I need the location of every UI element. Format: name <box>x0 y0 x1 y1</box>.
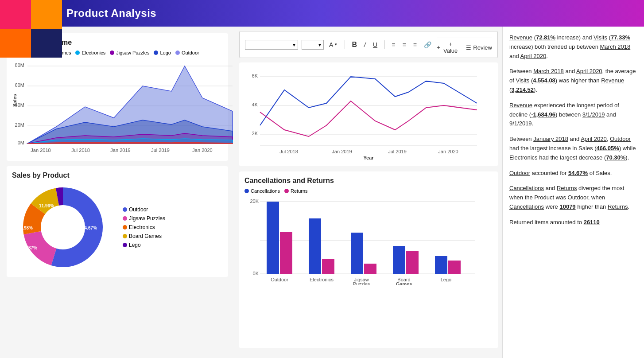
logo-tr <box>31 0 62 29</box>
svg-text:Puzzles: Puzzles <box>353 281 370 285</box>
svg-text:Lego: Lego <box>441 277 451 282</box>
main-content: Sales across time Product Board Games El… <box>0 27 644 358</box>
cancellations-legend: Cancellations Returns <box>244 188 493 194</box>
cancellations-container: Cancellations and Returns Cancellations … <box>239 171 498 348</box>
review-icon: ☰ <box>466 44 471 51</box>
svg-text:Jan 2020: Jan 2020 <box>192 148 212 153</box>
svg-text:Outdoor: Outdoor <box>271 277 288 282</box>
middle-panel: ▼ ▼ A ▼ B / U ≡ ≡ ≡ 🔗 + <box>235 27 502 358</box>
donut-legend: Outdoor Jigsaw Puzzles Electronics Board… <box>123 206 165 248</box>
svg-text:0M: 0M <box>18 140 24 145</box>
svg-text:Jul 2019: Jul 2019 <box>388 149 407 154</box>
cancellations-title: Cancellations and Returns <box>244 177 493 185</box>
logo-tl <box>0 0 31 29</box>
donut-chart: 11.96% 12.98% 17.37% 54.67% <box>12 183 114 272</box>
font-color-icon: A <box>329 41 333 48</box>
value-label: + Value <box>442 41 459 54</box>
align-center-button[interactable]: ≡ <box>400 40 407 49</box>
logo-area <box>0 0 62 58</box>
svg-rect-46 <box>322 259 334 274</box>
insight-1: Revenue (72.81% increase) and Visits (77… <box>509 33 637 61</box>
align-left-button[interactable]: ≡ <box>390 40 397 49</box>
logo-bl <box>0 29 31 58</box>
value-button[interactable]: + + Value <box>437 41 459 54</box>
left-panel: Sales across time Product Board Games El… <box>0 27 235 358</box>
sales-time-chart: 80M 60M 40M 20M 0M <box>12 58 233 156</box>
svg-rect-52 <box>448 261 461 274</box>
svg-text:20K: 20K <box>250 198 259 204</box>
italic-button[interactable]: / <box>362 40 368 49</box>
donut-legend-outdoor: Outdoor <box>123 206 165 213</box>
svg-rect-47 <box>351 233 363 274</box>
svg-rect-44 <box>280 232 292 274</box>
sales-by-product-container: Sales by Product <box>7 166 228 277</box>
svg-text:Electronics: Electronics <box>310 277 334 282</box>
svg-rect-48 <box>364 264 376 274</box>
svg-text:Jan 2020: Jan 2020 <box>438 149 458 154</box>
svg-text:11.96%: 11.96% <box>39 203 54 208</box>
insight-5: Outdoor accounted for 54.67% of Sales. <box>509 169 637 178</box>
revenue-visits-container: 6K 4K 2K Jul 2018 Jan 2019 Jul 2019 Jan … <box>239 62 498 166</box>
donut-legend-lego: Lego <box>123 242 165 248</box>
donut-legend-board-games: Board Games <box>123 233 165 239</box>
svg-text:54.67%: 54.67% <box>82 226 97 230</box>
svg-rect-43 <box>267 202 279 274</box>
returns-label: Returns <box>291 188 308 194</box>
review-label: Review <box>473 44 492 51</box>
font-color-chevron: ▼ <box>334 43 338 47</box>
svg-text:Games: Games <box>396 281 412 285</box>
svg-text:Year: Year <box>124 155 135 156</box>
plus-icon: + <box>437 44 440 51</box>
svg-text:12.98%: 12.98% <box>18 226 33 230</box>
svg-text:6K: 6K <box>252 73 258 78</box>
size-dropdown[interactable] <box>302 40 324 50</box>
link-button[interactable]: 🔗 <box>422 40 433 49</box>
svg-text:Year: Year <box>363 155 374 160</box>
svg-text:Jul 2018: Jul 2018 <box>71 148 90 153</box>
svg-text:Jan 2019: Jan 2019 <box>332 149 352 154</box>
donut-legend-jigsaw: Jigsaw Puzzles <box>123 215 165 222</box>
toolbar: ▼ ▼ A ▼ B / U ≡ ≡ ≡ 🔗 + <box>239 31 498 58</box>
svg-text:80M: 80M <box>15 62 24 68</box>
insight-7: Returned items amounted to 26110 <box>509 218 637 227</box>
header: Product Analysis <box>0 0 644 27</box>
review-button[interactable]: ☰ Review <box>466 41 492 54</box>
svg-text:Jul 2018: Jul 2018 <box>279 149 298 154</box>
svg-text:20M: 20M <box>15 122 24 128</box>
legend-jigsaw: Jigsaw Puzzles <box>110 50 149 55</box>
legend-outdoor: Outdoor <box>175 50 199 55</box>
donut-legend-electronics: Electronics <box>123 224 165 230</box>
svg-text:60M: 60M <box>15 82 24 88</box>
svg-text:Jan 2018: Jan 2018 <box>31 148 50 153</box>
right-panel: Revenue (72.81% increase) and Visits (77… <box>502 27 644 358</box>
page-title: Product Analysis <box>66 7 156 19</box>
svg-rect-49 <box>393 246 405 274</box>
underline-button[interactable]: U <box>371 40 379 49</box>
svg-text:Jul 2019: Jul 2019 <box>151 148 170 153</box>
font-color-button[interactable]: A ▼ <box>327 40 339 49</box>
svg-text:17.37%: 17.37% <box>22 245 37 250</box>
legend-cancellations: Cancellations <box>244 188 280 194</box>
insight-4: Between January 2018 and April 2020, Out… <box>509 135 637 162</box>
svg-text:0K: 0K <box>253 271 259 276</box>
svg-text:Sales: Sales <box>12 94 17 107</box>
align-right-button[interactable]: ≡ <box>411 40 419 49</box>
size-dropdown-wrapper[interactable]: ▼ <box>302 40 324 50</box>
legend-returns: Returns <box>284 188 308 194</box>
font-dropdown[interactable] <box>245 40 298 50</box>
svg-text:4K: 4K <box>252 102 258 107</box>
sales-product-title: Sales by Product <box>12 171 223 179</box>
svg-text:Jan 2019: Jan 2019 <box>110 148 130 153</box>
cancellations-label: Cancellations <box>251 188 280 194</box>
legend-electronics: Electronics <box>75 50 105 55</box>
revenue-visits-chart: 6K 4K 2K Jul 2018 Jan 2019 Jul 2019 Jan … <box>244 68 479 161</box>
svg-text:2K: 2K <box>252 131 258 136</box>
donut-section: 11.96% 12.98% 17.37% 54.67% Outdoor Jigs… <box>12 183 223 272</box>
insight-3: Revenue experienced the longest period o… <box>509 101 637 128</box>
font-dropdown-wrapper[interactable]: ▼ <box>245 40 298 50</box>
legend-lego: Lego <box>154 50 171 55</box>
bar-chart: 20K 0K <box>244 196 479 285</box>
insight-6: Cancellations and Returns diverged the m… <box>509 184 637 211</box>
logo-br <box>31 29 62 58</box>
bold-button[interactable]: B <box>350 40 359 50</box>
